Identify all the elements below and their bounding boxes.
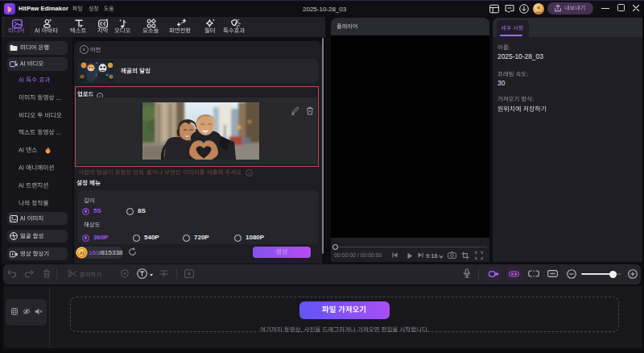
svg-text:AI: AI (80, 251, 85, 255)
